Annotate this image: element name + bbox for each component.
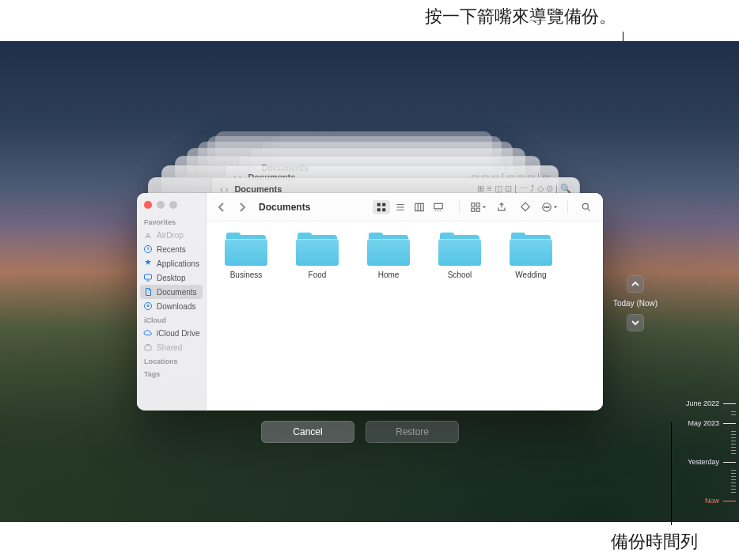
svg-rect-4 (145, 346, 151, 350)
close-button[interactable] (144, 201, 152, 209)
annotation-top: 按一下箭嘴來導覽備份。 (0, 5, 739, 28)
folder-label: Business (219, 271, 273, 279)
folder-label: Wedding (504, 271, 558, 279)
sidebar-item-label: Shared (157, 343, 182, 352)
svg-rect-8 (382, 208, 385, 211)
sidebar-header-tags: Tags (137, 367, 206, 380)
timeline-label-now: Now (705, 497, 721, 505)
finder-toolbar: Documents (207, 193, 603, 221)
finder-sidebar: Favorites AirDrop Recents Applications D… (137, 193, 207, 411)
back-button[interactable] (214, 199, 229, 215)
annotation-leader-bottom (671, 422, 672, 525)
icloud-icon (143, 328, 153, 338)
cancel-button[interactable]: Cancel (261, 421, 354, 443)
airdrop-icon (143, 230, 153, 240)
folder-item[interactable]: Home (362, 233, 415, 279)
folder-icon (510, 233, 552, 266)
search-button[interactable] (578, 200, 595, 214)
finder-window: Favorites AirDrop Recents Applications D… (137, 193, 603, 411)
folder-item[interactable]: School (433, 233, 487, 279)
backup-nav-label: Today (Now) (613, 299, 658, 308)
folder-item[interactable]: Business (219, 233, 273, 279)
svg-rect-12 (476, 202, 479, 206)
folder-icon (296, 233, 339, 266)
folder-icon (438, 233, 481, 266)
folder-item[interactable]: Wedding (504, 233, 558, 279)
desktop-icon (143, 273, 153, 282)
folder-item[interactable]: Food (290, 233, 344, 279)
svg-rect-11 (471, 202, 474, 206)
minimize-button (157, 201, 165, 209)
svg-rect-14 (476, 208, 479, 211)
svg-point-17 (546, 206, 547, 207)
zoom-button (169, 201, 177, 209)
time-machine-desktop: ‹ ›Documents▭ ▭ ▭ ▭ ‹ ›Documents▭ ▭ ▭ | … (0, 41, 739, 522)
icon-view-button[interactable] (373, 200, 390, 214)
sidebar-header-locations: Locations (137, 354, 206, 367)
svg-rect-7 (377, 208, 381, 211)
tags-button[interactable] (517, 200, 534, 214)
svg-rect-5 (377, 202, 381, 206)
svg-point-0 (147, 234, 150, 236)
share-button[interactable] (493, 200, 510, 214)
timeline-label: May 2023 (688, 419, 721, 427)
window-controls (137, 198, 206, 215)
folder-label: School (433, 271, 487, 279)
sidebar-item-label: AirDrop (157, 231, 184, 240)
backup-nav-down[interactable] (627, 314, 644, 331)
svg-rect-9 (415, 203, 424, 210)
view-switcher (370, 198, 449, 217)
svg-rect-10 (434, 203, 443, 208)
sidebar-header-favorites: Favorites (137, 215, 206, 228)
gallery-view-button[interactable] (430, 200, 447, 214)
finder-main: Documents Business (207, 193, 603, 411)
forward-button[interactable] (235, 199, 249, 215)
folder-icon (367, 233, 410, 266)
svg-point-16 (544, 206, 545, 207)
action-button[interactable] (540, 200, 558, 214)
documents-icon (143, 287, 153, 297)
sidebar-header-icloud: iCloud (137, 313, 206, 326)
backup-nav-up[interactable] (627, 275, 644, 293)
sidebar-item-desktop[interactable]: Desktop (137, 271, 206, 285)
backup-timeline[interactable]: June 2022 May 2023 Yesterday Now (680, 397, 736, 507)
applications-icon (143, 259, 153, 268)
clock-icon (143, 244, 153, 254)
group-button[interactable] (469, 200, 487, 214)
folder-icon (225, 233, 267, 266)
sidebar-item-icloud-drive[interactable]: iCloud Drive (137, 326, 206, 340)
sidebar-item-documents[interactable]: Documents (140, 285, 203, 299)
sidebar-item-airdrop: AirDrop (137, 228, 206, 242)
ghost-title: Documents (234, 184, 282, 194)
svg-rect-6 (382, 202, 385, 206)
sidebar-item-label: iCloud Drive (157, 329, 199, 338)
shared-icon (143, 342, 153, 352)
folder-label: Food (290, 271, 344, 279)
sidebar-item-applications[interactable]: Applications (137, 256, 206, 271)
downloads-icon (143, 301, 153, 311)
sidebar-item-label: Desktop (157, 274, 186, 282)
sidebar-item-recents[interactable]: Recents (137, 242, 206, 256)
timeline-label: Yesterday (688, 458, 721, 466)
backup-nav-arrows: Today (Now) (613, 275, 658, 331)
svg-point-19 (582, 203, 588, 209)
folder-label: Home (362, 271, 415, 279)
sidebar-item-downloads[interactable]: Downloads (137, 299, 206, 313)
column-view-button[interactable] (411, 200, 428, 214)
sidebar-item-label: Applications (157, 259, 199, 268)
sidebar-item-label: Documents (157, 288, 197, 297)
annotation-bottom: 備份時間列 (611, 530, 698, 554)
sidebar-item-label: Recents (157, 245, 186, 254)
sidebar-item-shared: Shared (137, 340, 206, 354)
timeline-label: June 2022 (686, 399, 721, 407)
window-title: Documents (259, 202, 310, 213)
svg-rect-13 (471, 208, 474, 211)
sidebar-item-label: Downloads (157, 302, 195, 311)
action-buttons: Cancel Restore (261, 421, 459, 443)
svg-point-18 (548, 206, 548, 207)
svg-rect-2 (145, 274, 152, 279)
list-view-button[interactable] (392, 200, 409, 214)
finder-content: Business Food Home School Wedding (207, 221, 603, 411)
restore-button: Restore (366, 421, 459, 443)
